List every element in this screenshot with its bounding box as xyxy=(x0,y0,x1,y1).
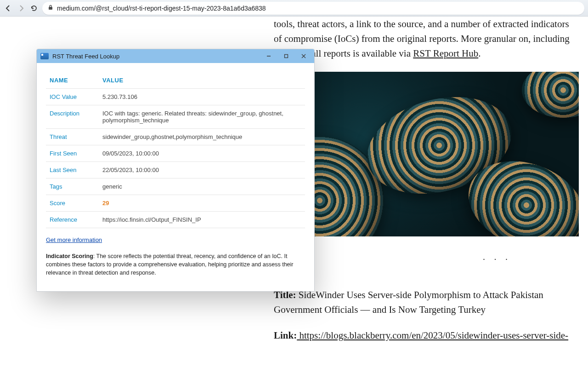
svg-rect-2 xyxy=(285,55,288,58)
link-label: Link: xyxy=(274,330,297,341)
score-value: 29 xyxy=(102,200,109,207)
back-button[interactable] xyxy=(4,4,13,13)
val-threat: sidewinder_group,ghostnet,polymorphism_t… xyxy=(99,129,305,145)
section-divider: ··· xyxy=(421,255,579,264)
title-text: SideWinder Uses Server-side Polymorphism… xyxy=(274,289,543,315)
article-intro: tools, threat actors, a link to the sour… xyxy=(274,17,579,61)
rst-report-hub-link[interactable]: RST Report Hub xyxy=(413,48,478,59)
popup-titlebar[interactable]: RST Threat Feed Lookup xyxy=(37,49,314,63)
close-button[interactable] xyxy=(297,51,311,61)
article-title-line: Title: SideWinder Uses Server-side Polym… xyxy=(274,288,579,317)
popup-body[interactable]: NAME VALUE IOC Value 5.230.73.106 Descri… xyxy=(37,63,314,291)
hero-image xyxy=(274,72,579,236)
address-bar[interactable]: medium.com/@rst_cloud/rst-ti-report-dige… xyxy=(42,2,584,15)
key-tags: Tags xyxy=(46,178,99,195)
row-description: Description IOC with tags: generic. Rela… xyxy=(46,105,305,129)
key-score: Score xyxy=(46,195,99,212)
key-last-seen: Last Seen xyxy=(46,162,99,178)
key-ioc-value: IOC Value xyxy=(46,89,99,105)
key-first-seen: First Seen xyxy=(46,145,99,162)
get-more-link[interactable]: Get more information xyxy=(46,236,102,243)
val-description: IOC with tags: generic. Related threats:… xyxy=(99,105,305,129)
maximize-button[interactable] xyxy=(279,51,293,61)
col-value: VALUE xyxy=(99,72,305,89)
row-threat: Threat sidewinder_group,ghostnet,polymor… xyxy=(46,129,305,145)
browser-toolbar: medium.com/@rst_cloud/rst-ti-report-dige… xyxy=(0,0,588,17)
article-link-line: Link: https://blogs.blackberry.com/en/20… xyxy=(274,328,579,343)
key-reference: Reference xyxy=(46,212,99,228)
key-threat: Threat xyxy=(46,129,99,145)
row-score: Score 29 xyxy=(46,195,305,212)
ioc-table: NAME VALUE IOC Value 5.230.73.106 Descri… xyxy=(46,72,305,228)
col-name: NAME xyxy=(46,72,99,89)
indicator-scoring-note: Indicator Scoring: The score reflects th… xyxy=(46,252,305,277)
row-tags: Tags generic xyxy=(46,178,305,195)
intro-period: . xyxy=(478,48,481,59)
val-first-seen: 09/05/2023, 10:00:00 xyxy=(99,145,305,162)
val-reference: https://ioc.finsin.cl/Output_FINSIN_IP xyxy=(99,212,305,228)
source-link[interactable]: https://blogs.blackberry.com/en/2023/05/… xyxy=(297,330,568,341)
app-icon xyxy=(40,53,49,59)
val-last-seen: 22/05/2023, 10:00:00 xyxy=(99,162,305,178)
row-last-seen: Last Seen 22/05/2023, 10:00:00 xyxy=(46,162,305,178)
val-score: 29 xyxy=(99,195,305,212)
threat-feed-popup: RST Threat Feed Lookup NAME VALUE IOC Va… xyxy=(36,49,315,292)
url-text: medium.com/@rst_cloud/rst-ti-report-dige… xyxy=(57,5,266,12)
row-first-seen: First Seen 09/05/2023, 10:00:00 xyxy=(46,145,305,162)
key-description: Description xyxy=(46,105,99,129)
val-ioc-value: 5.230.73.106 xyxy=(99,89,305,105)
row-ioc-value: IOC Value 5.230.73.106 xyxy=(46,89,305,105)
svg-rect-0 xyxy=(49,7,52,10)
scoring-label: Indicator Scoring xyxy=(46,253,93,259)
lock-icon xyxy=(48,5,53,12)
val-tags: generic xyxy=(99,178,305,195)
minimize-button[interactable] xyxy=(262,51,276,61)
row-reference: Reference https://ioc.finsin.cl/Output_F… xyxy=(46,212,305,228)
popup-title: RST Threat Feed Lookup xyxy=(52,53,258,60)
reload-button[interactable] xyxy=(29,4,39,13)
forward-button[interactable] xyxy=(17,4,26,13)
